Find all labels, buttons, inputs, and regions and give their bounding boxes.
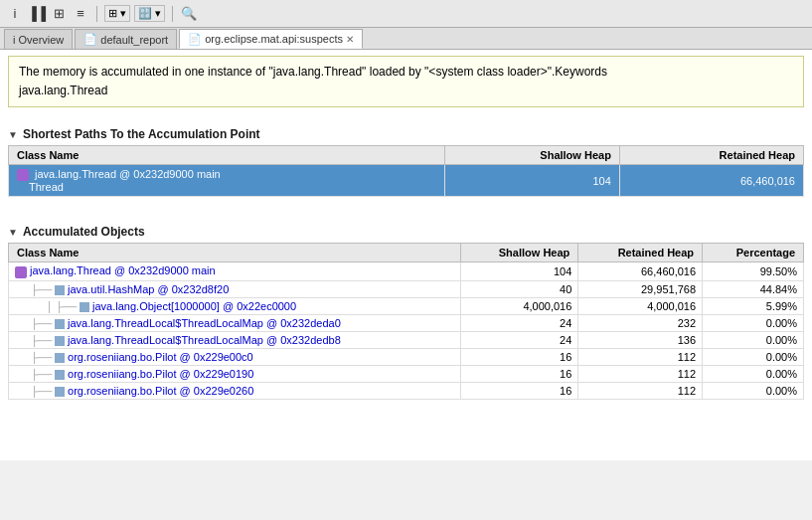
indent-line: ├── — [31, 369, 55, 380]
acc-row-link[interactable]: java.lang.Object[1000000] @ 0x22ec0000 — [92, 300, 296, 312]
obj-icon — [55, 353, 65, 363]
info-mid: loaded by — [366, 65, 424, 79]
obj-icon — [55, 370, 65, 380]
col-percentage-2: Percentage — [703, 244, 804, 262]
dropdown1[interactable]: ⊞ ▾ — [104, 5, 130, 22]
acc-row-shallow-heap: 16 — [461, 348, 578, 365]
obj-icon — [80, 302, 89, 312]
info-icon[interactable]: i — [6, 5, 24, 23]
acc-row-link[interactable]: java.lang.ThreadLocal$ThreadLocalMap @ 0… — [68, 334, 341, 346]
row1-classname: java.lang.Thread @ 0x232d9000 main Threa… — [9, 165, 445, 197]
dropdown2[interactable]: 🔡 ▾ — [134, 5, 165, 22]
tab-bar: i Overview 📄 default_report 📄 org.eclips… — [0, 28, 812, 50]
sep2 — [172, 6, 173, 22]
acc-row-retained-heap: 29,951,768 — [578, 280, 703, 297]
toolbar: i ▐▐ ⊞ ≡ ⊞ ▾ 🔡 ▾ 🔍 — [0, 0, 812, 28]
section1-title: Shortest Paths To the Accumulation Point — [23, 127, 260, 141]
acc-row-retained-heap: 66,460,016 — [578, 262, 703, 280]
obj-icon — [55, 336, 65, 346]
acc-row-shallow-heap: 24 — [461, 314, 578, 331]
col-classname-1: Class Name — [9, 146, 445, 165]
acc-row-classname: ├── java.util.HashMap @ 0x232d8f20 — [9, 280, 461, 297]
tab-default-report-label: default_report — [100, 34, 168, 46]
section2-header: ▼ Accumulated Objects — [8, 225, 804, 239]
acc-row-classname: ├── java.lang.ThreadLocal$ThreadLocalMap… — [9, 331, 461, 348]
bar-chart-icon[interactable]: ▐▐ — [28, 5, 46, 23]
row1-retained: 66,460,016 — [619, 165, 803, 197]
tab-suspects-icon: 📄 — [188, 33, 202, 46]
acc-row-percentage: 44.84% — [703, 280, 804, 297]
tab-report-icon: 📄 — [83, 33, 97, 46]
col-shallow-1: Shallow Heap — [445, 146, 619, 165]
info-classname: "java.lang.Thread" — [268, 65, 366, 79]
section2-triangle[interactable]: ▼ — [8, 227, 18, 238]
acc-row-link[interactable]: org.roseniiang.bo.Pilot @ 0x229e00c0 — [68, 351, 253, 363]
main-content: The memory is accumulated in one instanc… — [0, 50, 812, 460]
col-classname-2: Class Name — [9, 244, 461, 262]
tab-default-report[interactable]: 📄 default_report — [75, 29, 177, 49]
indent-line: ├── — [31, 318, 55, 329]
acc-row-classname: java.lang.Thread @ 0x232d9000 main — [9, 262, 461, 280]
acc-row-classname: ├── org.roseniiang.bo.Pilot @ 0x229e00c0 — [9, 348, 461, 365]
acc-row-link[interactable]: org.roseniiang.bo.Pilot @ 0x229e0190 — [68, 368, 253, 380]
acc-row-retained-heap: 136 — [578, 331, 703, 348]
table-row: java.lang.Thread @ 0x232d9000 main10466,… — [9, 262, 804, 280]
info-loader: "<system class loader>" — [424, 65, 552, 79]
obj-icon — [55, 319, 65, 329]
acc-row-classname: │ ├── java.lang.Object[1000000] @ 0x22ec… — [9, 297, 461, 314]
indent-line: ├── — [31, 386, 55, 397]
acc-row-shallow-heap: 24 — [461, 331, 578, 348]
thread-icon — [17, 169, 29, 181]
list-icon[interactable]: ≡ — [72, 5, 89, 23]
acc-row-classname: ├── org.roseniiang.bo.Pilot @ 0x229e0260 — [9, 383, 461, 400]
acc-row-percentage: 0.00% — [703, 331, 804, 348]
acc-row-retained-heap: 232 — [578, 314, 703, 331]
acc-row-percentage: 0.00% — [703, 383, 804, 400]
table-row: java.lang.Thread @ 0x232d9000 main Threa… — [9, 165, 804, 197]
table-row: ├── java.util.HashMap @ 0x232d8f204029,9… — [9, 280, 804, 297]
acc-row-percentage: 5.99% — [703, 297, 804, 314]
section2-title: Accumulated Objects — [23, 225, 145, 239]
acc-row-shallow-heap: 104 — [461, 262, 578, 280]
tab-overview-label: Overview — [18, 34, 64, 46]
section2-table: Class Name Shallow Heap Retained Heap Pe… — [8, 243, 804, 400]
info-keyword: java.lang.Thread — [19, 84, 107, 97]
grid-icon[interactable]: ⊞ — [50, 5, 68, 23]
acc-row-retained-heap: 112 — [578, 366, 703, 383]
section1-header: ▼ Shortest Paths To the Accumulation Poi… — [8, 127, 804, 141]
acc-row-classname: ├── java.lang.ThreadLocal$ThreadLocalMap… — [9, 314, 461, 331]
acc-row-retained-heap: 4,000,016 — [578, 297, 703, 314]
table-row: ├── java.lang.ThreadLocal$ThreadLocalMap… — [9, 314, 804, 331]
tab-overview[interactable]: i Overview — [4, 29, 73, 49]
obj-icon — [55, 387, 65, 397]
col-retained-1: Retained Heap — [619, 146, 803, 165]
info-section: The memory is accumulated in one instanc… — [8, 56, 804, 107]
search-icon[interactable]: 🔍 — [180, 5, 198, 23]
indent-line: ├── — [31, 352, 55, 363]
indent-line: ├── — [31, 335, 55, 346]
acc-row-link[interactable]: org.roseniiang.bo.Pilot @ 0x229e0260 — [68, 385, 253, 397]
tab-suspects-close[interactable]: ✕ — [346, 34, 354, 45]
acc-row-percentage: 99.50% — [703, 262, 804, 280]
tab-suspects-label: org.eclipse.mat.api:suspects — [205, 33, 343, 45]
acc-row-link[interactable]: java.lang.Thread @ 0x232d9000 main — [30, 264, 216, 276]
section1-triangle[interactable]: ▼ — [8, 129, 18, 140]
info-suffix: .Keywords — [552, 65, 607, 79]
col-shallow-2: Shallow Heap — [461, 244, 578, 262]
tab-suspects[interactable]: 📄 org.eclipse.mat.api:suspects ✕ — [179, 29, 363, 49]
row1-link[interactable]: java.lang.Thread @ 0x232d9000 main — [35, 168, 221, 180]
table-row: ├── org.roseniiang.bo.Pilot @ 0x229e0260… — [9, 383, 804, 400]
acc-row-link[interactable]: java.util.HashMap @ 0x232d8f20 — [68, 283, 229, 295]
acc-row-percentage: 0.00% — [703, 366, 804, 383]
indent-line: ├── — [31, 284, 55, 295]
tab-overview-icon: i — [13, 34, 15, 46]
table-row: │ ├── java.lang.Object[1000000] @ 0x22ec… — [9, 297, 804, 314]
indent-line: │ ├── — [47, 301, 80, 312]
acc-row-link[interactable]: java.lang.ThreadLocal$ThreadLocalMap @ 0… — [68, 317, 341, 329]
row1-shallow: 104 — [445, 165, 619, 197]
acc-row-shallow-heap: 40 — [461, 280, 578, 297]
acc-row-retained-heap: 112 — [578, 348, 703, 365]
acc-row-retained-heap: 112 — [578, 383, 703, 400]
row1-link2[interactable]: Thread — [29, 181, 64, 193]
obj-icon — [55, 285, 65, 295]
